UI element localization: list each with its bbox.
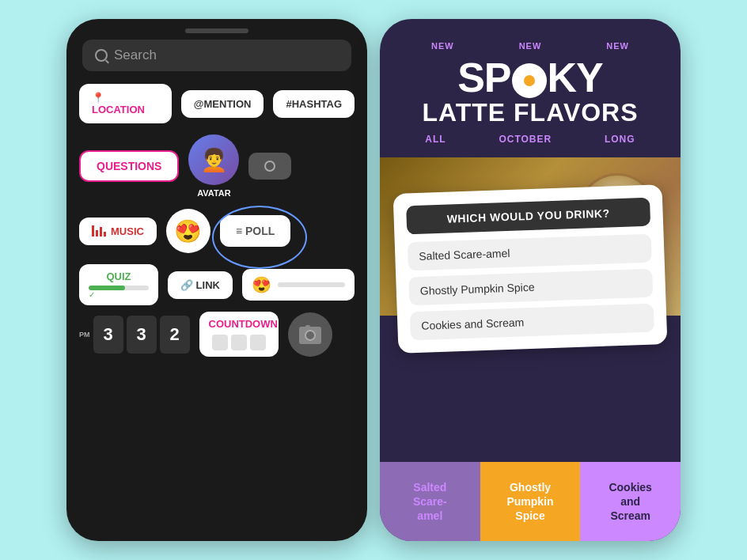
subtitle-october: OCTOBER bbox=[499, 134, 552, 145]
spooky-image-section: WHICH WOULD YOU DRINK? Salted Scare-amel… bbox=[380, 157, 681, 462]
phone-notch bbox=[185, 28, 248, 33]
digit-3-second: 3 bbox=[127, 316, 157, 354]
spooky-subtitle: LATTE FLAVORS bbox=[399, 98, 662, 127]
search-bar[interactable]: Search bbox=[82, 40, 351, 71]
svg-point-2 bbox=[306, 331, 314, 339]
new-label-2: NEW bbox=[519, 41, 542, 51]
poll-option-2[interactable]: Ghostly Pumpkin Spice bbox=[408, 269, 653, 306]
avatar-image: 🧑‍🦱 bbox=[188, 134, 239, 185]
music-bars-icon bbox=[92, 225, 106, 236]
mention-sticker[interactable]: @MENTION bbox=[181, 90, 264, 118]
spooky-background: NEW NEW NEW SPKY LATTE FLAVORS ALL OCTOB… bbox=[380, 19, 681, 541]
countdown-sticker[interactable]: COUNTDOWN bbox=[199, 312, 279, 357]
left-phone: Search 📍 LOCATION @MENTION #HASHTAG QUES… bbox=[66, 19, 367, 541]
spooky-o-dot bbox=[524, 75, 535, 86]
spooky-o-decoration bbox=[512, 63, 547, 98]
photo-icon bbox=[298, 322, 323, 347]
search-input[interactable]: Search bbox=[114, 47, 157, 63]
emoji-bar-sticker[interactable]: 😍 bbox=[242, 269, 355, 301]
avatar-label: AVATAR bbox=[197, 188, 231, 198]
sticker-row-1: 📍 LOCATION @MENTION #HASHTAG bbox=[79, 84, 355, 123]
emoji-progress-bar bbox=[278, 282, 345, 287]
spooky-header: NEW NEW NEW SPKY LATTE FLAVORS ALL OCTOB… bbox=[380, 19, 681, 157]
questions-sticker[interactable]: QUESTIONS bbox=[79, 150, 179, 182]
quiz-label: QUIZ bbox=[89, 271, 149, 282]
subtitle-all: ALL bbox=[425, 134, 446, 145]
countdown-digits: PM 3 3 2 bbox=[79, 316, 190, 354]
hashtag-sticker[interactable]: #HASHTAG bbox=[273, 90, 355, 118]
link-sticker[interactable]: 🔗 LINK bbox=[168, 271, 233, 299]
spooky-title: SPKY bbox=[399, 57, 662, 98]
poll-option-3[interactable]: Cookies and Scream bbox=[410, 304, 654, 341]
digit-2: 2 bbox=[160, 316, 190, 354]
new-label-3: NEW bbox=[606, 41, 629, 51]
quiz-sticker[interactable]: QUIZ ✓ bbox=[79, 264, 158, 305]
sticker-row-4: QUIZ ✓ 🔗 LINK 😍 bbox=[79, 264, 355, 305]
poll-circle-highlight bbox=[212, 206, 307, 269]
new-labels-row: NEW NEW NEW bbox=[399, 41, 662, 51]
search-icon bbox=[95, 49, 108, 62]
countdown-block-1 bbox=[212, 335, 228, 350]
subtitle-long: LONG bbox=[605, 134, 635, 145]
bottom-tab-ghostly-text: GhostlyPumpkinSpice bbox=[506, 480, 553, 524]
emoji-sticker[interactable]: 😍 bbox=[166, 209, 210, 253]
sticker-row-2: QUESTIONS 🧑‍🦱 AVATAR bbox=[79, 134, 355, 198]
svg-rect-3 bbox=[305, 325, 310, 328]
subtitle-labels-row: ALL OCTOBER LONG bbox=[399, 134, 662, 145]
stickers-grid: 📍 LOCATION @MENTION #HASHTAG QUESTIONS 🧑… bbox=[66, 84, 367, 305]
bottom-tab-ghostly[interactable]: GhostlyPumpkinSpice bbox=[480, 462, 581, 541]
quiz-check-icon: ✓ bbox=[89, 290, 149, 299]
bottom-tab-cookies-text: CookiesandScream bbox=[609, 480, 651, 524]
sticker-row-3: MUSIC 😍 ≡ POLL bbox=[79, 209, 355, 253]
main-container: Search 📍 LOCATION @MENTION #HASHTAG QUES… bbox=[0, 0, 747, 560]
bottom-row: PM 3 3 2 COUNTDOWN bbox=[66, 305, 367, 357]
mini-search-icon bbox=[264, 161, 275, 172]
poll-card: WHICH WOULD YOU DRINK? Salted Scare-amel… bbox=[393, 184, 668, 354]
bottom-tab-salted-text: SaltedScare-amel bbox=[413, 480, 447, 524]
poll-option-1[interactable]: Salted Scare-amel bbox=[408, 234, 652, 271]
bottom-tab-cookies[interactable]: CookiesandScream bbox=[580, 462, 681, 541]
avatar-sticker[interactable]: 🧑‍🦱 AVATAR bbox=[188, 134, 239, 198]
digit-pm: PM bbox=[79, 331, 90, 339]
search-box-sticker[interactable] bbox=[248, 153, 291, 180]
photo-sticker[interactable] bbox=[288, 312, 332, 357]
countdown-block-3 bbox=[250, 335, 266, 350]
music-sticker[interactable]: MUSIC bbox=[79, 218, 157, 245]
poll-sticker[interactable]: ≡ POLL bbox=[220, 215, 290, 247]
poll-question: WHICH WOULD YOU DRINK? bbox=[406, 198, 650, 235]
spooky-bottom-tabs: SaltedScare-amel GhostlyPumpkinSpice Coo… bbox=[380, 462, 681, 541]
bottom-tab-salted[interactable]: SaltedScare-amel bbox=[380, 462, 480, 541]
countdown-block-2 bbox=[231, 335, 247, 350]
new-label-1: NEW bbox=[431, 41, 454, 51]
digit-3-first: 3 bbox=[93, 316, 123, 354]
right-phone: NEW NEW NEW SPKY LATTE FLAVORS ALL OCTOB… bbox=[380, 19, 681, 541]
countdown-label: COUNTDOWN bbox=[209, 318, 269, 330]
location-sticker[interactable]: 📍 LOCATION bbox=[79, 84, 172, 123]
countdown-blocks bbox=[209, 335, 269, 350]
